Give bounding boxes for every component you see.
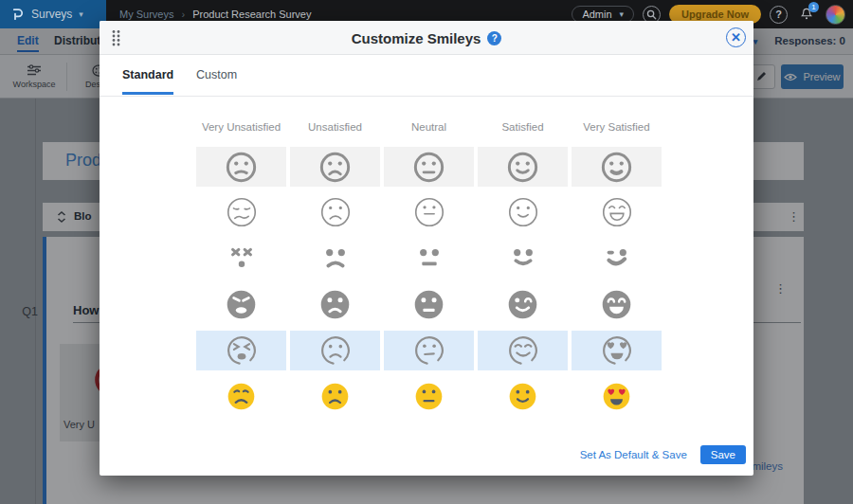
smiley-solid-neutral[interactable]: [384, 284, 474, 324]
solid-neutral-icon: [411, 287, 446, 322]
smiley-solid-unsatisfied[interactable]: [290, 284, 380, 324]
smiley-sketch-neutral[interactable]: [384, 331, 474, 370]
smiley-sketch-very-satisfied[interactable]: [572, 331, 662, 370]
smiley-sketch-unsatisfied[interactable]: [290, 331, 380, 370]
column-header-very-unsatisfied: Very Unsatisfied: [194, 121, 288, 133]
minimal-very-unsatisfied-icon: [225, 241, 259, 275]
chevron-down-icon: ▾: [79, 9, 83, 19]
smiley-solid-very-satisfied[interactable]: [572, 284, 662, 324]
minimal-neutral-icon: [412, 241, 446, 275]
smiley-solid-very-unsatisfied[interactable]: [196, 284, 286, 324]
sketch-satisfied-icon: [505, 333, 541, 369]
sketch-unsatisfied-icon: [318, 333, 354, 369]
smiley-thin-outline-neutral[interactable]: [384, 192, 474, 232]
column-header-satisfied: Satisfied: [476, 121, 570, 133]
smiley-minimal-neutral[interactable]: [384, 238, 474, 278]
column-header-neutral: Neutral: [382, 121, 476, 133]
smiley-minimal-very-unsatisfied[interactable]: [196, 238, 286, 278]
smiley-row-thin-outline: [194, 192, 663, 232]
smiley-grid: Very UnsatisfiedUnsatisfiedNeutralSatisf…: [194, 121, 663, 424]
smiley-bold-outline-neutral[interactable]: [384, 147, 474, 187]
thin-outline-very-unsatisfied-icon: [224, 194, 260, 230]
emoji-very-unsatisfied-icon: [225, 380, 258, 413]
smiley-row-solid: [194, 284, 663, 324]
smiley-row-sketch-selected: [194, 331, 663, 370]
avatar[interactable]: [826, 5, 845, 25]
smiley-emoji-very-satisfied[interactable]: [572, 376, 662, 416]
emoji-satisfied-icon: [506, 380, 539, 413]
smiley-minimal-very-satisfied[interactable]: [572, 238, 662, 278]
sketch-very-unsatisfied-icon: [224, 333, 260, 369]
smiley-thin-outline-satisfied[interactable]: [478, 192, 568, 232]
emoji-very-satisfied-icon: [600, 380, 633, 413]
smiley-bold-outline-very-unsatisfied[interactable]: [196, 147, 286, 187]
app-window: Surveys ▾ My Surveys › Product Research …: [0, 0, 853, 504]
modal-tabs: Standard Custom: [100, 55, 753, 97]
product-name: Surveys: [31, 8, 72, 21]
sketch-neutral-icon: [411, 333, 447, 369]
admin-label: Admin: [582, 9, 611, 20]
bold-outline-satisfied-icon: [505, 150, 540, 185]
modal-title: Customize Smileys: [352, 30, 481, 46]
smiley-row-minimal: [194, 238, 663, 278]
thin-outline-neutral-icon: [411, 194, 447, 230]
smiley-thin-outline-very-satisfied[interactable]: [572, 192, 662, 232]
smiley-thin-outline-very-unsatisfied[interactable]: [196, 192, 286, 232]
emoji-neutral-icon: [412, 380, 445, 413]
product-switcher[interactable]: Surveys ▾: [0, 0, 106, 28]
customize-smileys-modal: Customize Smileys ? ✕ Standard Custom Ve…: [100, 21, 753, 476]
solid-very-unsatisfied-icon: [224, 287, 259, 322]
tab-standard[interactable]: Standard: [122, 68, 173, 95]
breadcrumb: My Surveys › Product Research Survey: [119, 9, 311, 20]
thin-outline-unsatisfied-icon: [318, 194, 354, 230]
minimal-very-satisfied-icon: [600, 241, 634, 275]
smiley-bold-outline-very-satisfied[interactable]: [572, 147, 662, 187]
smiley-solid-satisfied[interactable]: [478, 284, 568, 324]
smiley-sketch-satisfied[interactable]: [478, 331, 568, 370]
bold-outline-very-unsatisfied-icon: [224, 150, 259, 185]
thin-outline-satisfied-icon: [505, 194, 541, 230]
emoji-unsatisfied-icon: [318, 380, 352, 413]
bold-outline-unsatisfied-icon: [318, 150, 353, 185]
smiley-emoji-neutral[interactable]: [384, 376, 474, 416]
smiley-row-bold-outline: [194, 147, 663, 187]
minimal-unsatisfied-icon: [318, 241, 353, 275]
help-icon[interactable]: ?: [770, 6, 788, 24]
column-header-unsatisfied: Unsatisfied: [288, 121, 382, 133]
breadcrumb-current-survey: Product Research Survey: [192, 9, 311, 20]
bold-outline-very-satisfied-icon: [599, 150, 634, 185]
smiley-emoji-very-unsatisfied[interactable]: [196, 376, 286, 416]
set-default-save-link[interactable]: Set As Default & Save: [580, 449, 687, 460]
breadcrumb-separator: ›: [181, 9, 185, 20]
smiley-emoji-satisfied[interactable]: [478, 376, 568, 416]
modal-footer: Set As Default & Save Save: [580, 445, 746, 464]
column-header-very-satisfied: Very Satisfied: [570, 121, 663, 133]
smiley-column-headers: Very UnsatisfiedUnsatisfiedNeutralSatisf…: [194, 121, 663, 133]
solid-unsatisfied-icon: [318, 287, 353, 322]
smiley-sketch-very-unsatisfied[interactable]: [196, 331, 286, 370]
bold-outline-neutral-icon: [411, 150, 446, 185]
smiley-minimal-satisfied[interactable]: [478, 238, 568, 278]
smiley-bold-outline-satisfied[interactable]: [478, 147, 568, 187]
close-icon[interactable]: ✕: [726, 27, 746, 47]
smiley-emoji-unsatisfied[interactable]: [290, 376, 380, 416]
minimal-satisfied-icon: [506, 241, 540, 275]
notification-badge: 1: [808, 2, 819, 12]
tab-custom[interactable]: Custom: [196, 68, 237, 92]
thin-outline-very-satisfied-icon: [599, 194, 635, 230]
survey-logo-icon: [9, 7, 25, 22]
smiley-bold-outline-unsatisfied[interactable]: [290, 147, 380, 187]
breadcrumb-my-surveys[interactable]: My Surveys: [119, 9, 173, 20]
smiley-row-emoji: [194, 376, 663, 416]
sketch-very-satisfied-icon: [599, 333, 635, 369]
smiley-minimal-unsatisfied[interactable]: [290, 238, 380, 278]
modal-header: Customize Smileys ? ✕: [100, 21, 753, 55]
solid-satisfied-icon: [505, 287, 540, 322]
modal-help-icon[interactable]: ?: [487, 31, 501, 45]
solid-very-satisfied-icon: [599, 287, 634, 322]
smiley-thin-outline-unsatisfied[interactable]: [290, 192, 380, 232]
notifications-button[interactable]: 1: [796, 4, 817, 25]
save-button[interactable]: Save: [700, 445, 746, 464]
chevron-down-icon: ▾: [620, 9, 625, 19]
